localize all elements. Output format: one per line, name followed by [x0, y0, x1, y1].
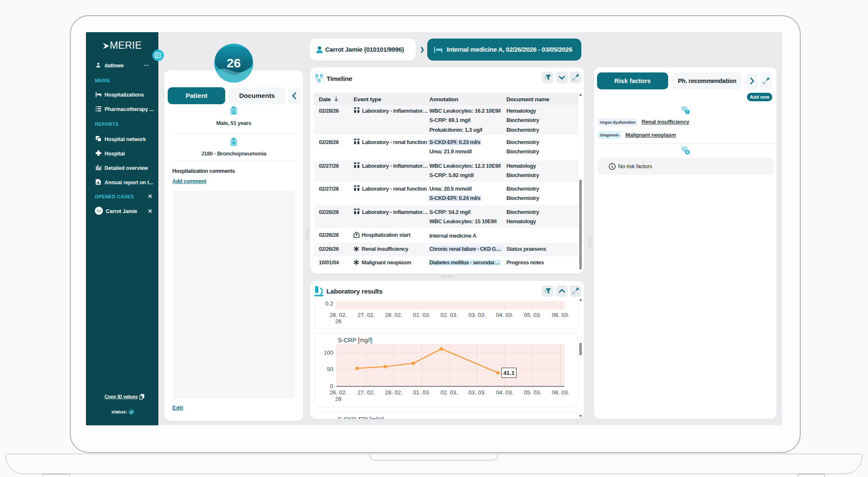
svg-text:26: 26	[227, 56, 240, 70]
